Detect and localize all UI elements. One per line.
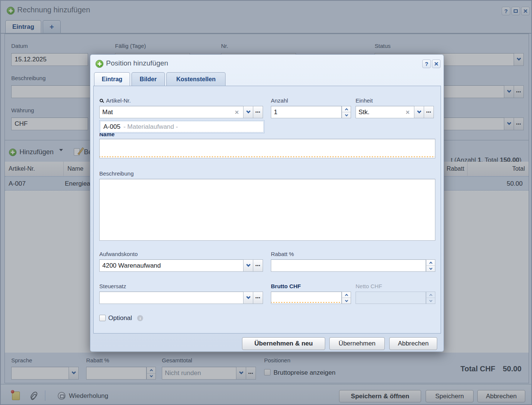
einheit-combo[interactable]	[356, 106, 434, 118]
suggestion-desc: - Materialaufwand -	[123, 123, 178, 131]
chevron-down-icon	[345, 299, 348, 302]
clear-icon[interactable]	[404, 109, 411, 116]
netto-label: Netto CHF	[356, 283, 382, 289]
search-icon	[100, 99, 103, 102]
chevron-down-icon	[429, 267, 432, 270]
name-input[interactable]	[99, 139, 435, 158]
position-add-dialog: Position hinzufügen ? ✕ Eintrag Bilder K…	[90, 54, 444, 352]
dialog-rabatt-input[interactable]	[274, 262, 423, 270]
chevron-down-icon	[417, 109, 421, 113]
chevron-down-icon	[246, 295, 250, 299]
artikel-input[interactable]	[102, 109, 233, 116]
artikel-combo[interactable]	[99, 106, 263, 118]
netto-input	[359, 294, 423, 302]
tab-label: Bilder	[140, 76, 157, 83]
optional-checkbox[interactable]	[99, 315, 106, 321]
steuersatz-dropdown-trigger[interactable]	[244, 292, 253, 304]
chevron-down-icon	[246, 262, 250, 267]
apply-and-new-button[interactable]: Übernehmen & neu	[242, 337, 325, 350]
dialog-tab-eintrag[interactable]: Eintrag	[94, 72, 130, 86]
dialog-help-button[interactable]: ?	[422, 60, 431, 68]
aufwandskonto-combo[interactable]	[99, 259, 263, 272]
anzahl-spin[interactable]	[342, 106, 351, 118]
brutto-spin[interactable]	[342, 292, 351, 304]
anzahl-spinner[interactable]	[271, 106, 351, 118]
anzahl-input[interactable]	[274, 109, 339, 116]
brutto-input[interactable]	[274, 294, 339, 302]
anzahl-label: Anzahl	[271, 97, 288, 104]
steuersatz-more-trigger[interactable]	[253, 292, 263, 304]
invoice-add-window: Rechnung hinzufügen ? ✕ Eintrag + Datum …	[0, 0, 532, 405]
name-invalid-underline	[100, 156, 435, 158]
chevron-down-icon	[429, 299, 432, 302]
netto-spinner-disabled	[356, 292, 435, 304]
artikel-dropdown-trigger[interactable]	[244, 106, 253, 118]
aufwandskonto-more-trigger[interactable]	[253, 259, 263, 272]
artikel-more-trigger[interactable]	[253, 106, 263, 118]
steuersatz-label: Steuersatz	[99, 283, 126, 289]
dialog-title: Position hinzufügen	[106, 59, 168, 67]
netto-spin	[426, 292, 435, 304]
dialog-close-button[interactable]: ✕	[432, 60, 441, 68]
chevron-down-icon	[246, 109, 250, 113]
einheit-input[interactable]	[359, 109, 404, 116]
einheit-more-trigger[interactable]	[424, 106, 434, 118]
artikel-label: Artikel-Nr.	[106, 97, 131, 104]
close-icon: ✕	[434, 61, 439, 67]
aufwandskonto-label: Aufwandskonto	[99, 251, 138, 257]
optional-label[interactable]: Optional	[108, 314, 132, 322]
dialog-rabatt-label: Rabatt %	[271, 251, 294, 257]
chevron-up-icon	[429, 294, 432, 297]
dialog-beschreibung-textarea[interactable]	[99, 179, 435, 241]
aufwandskonto-dropdown-trigger[interactable]	[244, 259, 253, 272]
suggestion-code: A-005	[103, 123, 120, 131]
brutto-label: Brutto CHF	[271, 283, 301, 289]
aufwandskonto-input[interactable]	[102, 262, 241, 270]
clear-icon[interactable]	[233, 109, 241, 116]
chevron-up-icon	[429, 262, 432, 265]
dialog-beschreibung-label: Beschreibung	[99, 170, 134, 177]
dialog-tab-kostenstellen[interactable]: Kostenstellen	[166, 72, 226, 86]
dialog-rabatt-spinner[interactable]	[271, 259, 435, 272]
einheit-label: Einheit	[356, 97, 373, 104]
add-position-dialog-icon	[96, 60, 103, 68]
info-icon	[137, 315, 143, 321]
steuersatz-input[interactable]	[102, 294, 241, 302]
autocomplete-suggestion[interactable]: A-005 - Materialaufwand -	[99, 120, 265, 133]
dialog-tab-bilder[interactable]: Bilder	[132, 72, 165, 86]
steuersatz-combo[interactable]	[99, 292, 263, 304]
help-icon: ?	[425, 61, 428, 67]
dialog-rabatt-spin[interactable]	[426, 259, 435, 272]
tab-label: Eintrag	[102, 76, 122, 83]
dialog-cancel-button[interactable]: Abbrechen	[389, 337, 437, 350]
chevron-up-icon	[345, 294, 348, 297]
brutto-invalid-underline	[271, 302, 341, 304]
apply-button[interactable]: Übernehmen	[329, 337, 385, 350]
chevron-down-icon	[345, 113, 348, 116]
tab-label: Kostenstellen	[176, 76, 216, 83]
chevron-up-icon	[345, 108, 348, 111]
einheit-dropdown-trigger[interactable]	[414, 106, 424, 118]
